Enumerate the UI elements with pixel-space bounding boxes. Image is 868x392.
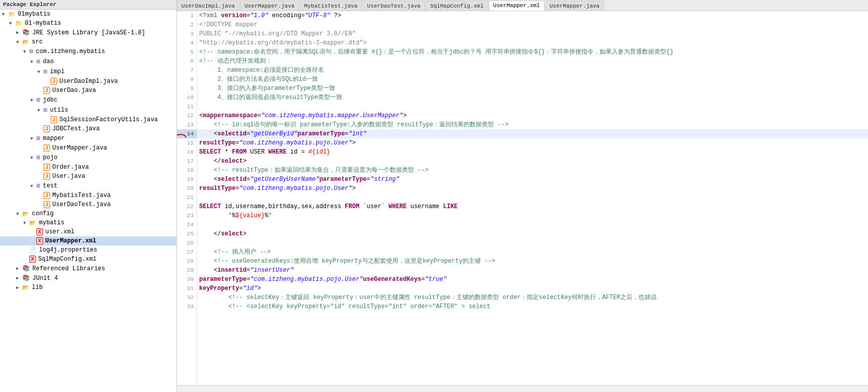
code-line-22: SELECT id,username,birthday,sex,address … <box>197 202 868 211</box>
code-line-24 <box>197 220 868 229</box>
folder-icon: 📂 <box>22 284 29 291</box>
code-content: <?xml version="1.0" encoding="UTF-8" ?><… <box>197 11 868 385</box>
expand-arrow[interactable] <box>23 49 28 55</box>
sidebar-item-SqlMapConfig.xml[interactable]: XSqlMapConfig.xml <box>0 255 176 264</box>
project-icon: 📁 <box>8 11 15 18</box>
sidebar-label: JUnit 4 <box>32 275 58 282</box>
sidebar-item-log4j.properties[interactable]: 📄log4j.properties <box>0 246 176 255</box>
expand-arrow[interactable] <box>16 285 21 290</box>
line-number-16: 16 <box>177 148 197 157</box>
sidebar-item-dao[interactable]: ⊞dao <box>0 57 176 67</box>
package-icon: ⊞ <box>36 134 40 142</box>
sidebar-tree: 📁01mybatis📁01-mybatis📚JRE System Library… <box>0 10 176 292</box>
expand-arrow[interactable] <box>37 108 42 113</box>
expand-arrow[interactable] <box>30 97 35 103</box>
sidebar-item-mybatis-cfg[interactable]: 📂mybatis <box>0 218 176 227</box>
expand-arrow[interactable] <box>16 39 21 45</box>
sidebar-label: pojo <box>43 154 58 161</box>
package-icon: ⊞ <box>36 96 40 104</box>
tab-UserMapper-xml[interactable]: UserMapper.xml <box>489 1 544 11</box>
sidebar-item-jre[interactable]: 📚JRE System Library [JavaSE-1.8] <box>0 28 176 37</box>
props-icon: 📄 <box>29 247 36 254</box>
package-explorer[interactable]: Package Explorer 📁01mybatis📁01-mybatis📚J… <box>0 0 177 392</box>
library-icon: 📚 <box>22 29 30 36</box>
expand-arrow[interactable] <box>16 266 21 271</box>
line-number-20: 20 <box>177 184 197 193</box>
line-number-8: 8 <box>177 75 197 84</box>
sidebar-label: lib <box>32 284 43 291</box>
expand-arrow[interactable] <box>2 12 7 17</box>
sidebar-item-UserDaoImpl.java[interactable]: JUserDaoImpl.java <box>0 77 176 86</box>
sidebar-item-SqlSessionFactoryUtils.java[interactable]: JSqlSessionFactoryUtils.java <box>0 115 176 124</box>
tab-SqlMapConfig-xml[interactable]: SqlMapConfig.xml <box>426 1 488 11</box>
expand-arrow[interactable] <box>16 211 21 217</box>
sidebar-item-impl[interactable]: ⊞impl <box>0 67 176 77</box>
line-number-2: 2 <box>177 20 197 29</box>
tab-UserMapper-java[interactable]: UserMapper.java <box>240 1 299 11</box>
code-line-8: 2、接口的方法名必须与SQL的id一致 <box>197 75 868 84</box>
line-number-17: 17 <box>177 157 197 166</box>
sidebar-item-lib[interactable]: 📂lib <box>0 283 176 292</box>
sidebar-item-UserMapper.xml[interactable]: XUserMapper.xml <box>0 236 176 246</box>
java-icon: J <box>51 78 57 85</box>
code-line-27: <!-- 插入用户 --> <box>197 248 868 257</box>
horizontal-scrollbar[interactable] <box>177 385 868 392</box>
sidebar-label: MybatisTest.java <box>53 192 111 199</box>
sidebar-label: com.itzheng.mybatis <box>36 48 105 55</box>
line-number-19: 19 <box>177 175 197 184</box>
expand-arrow[interactable] <box>23 220 28 226</box>
tab-UserDaoImpl-java[interactable]: UserDaoImpl.java <box>177 1 240 11</box>
expand-arrow[interactable] <box>30 136 35 141</box>
code-line-7: 1、namespace:必须是接口的全路径名 <box>197 66 868 75</box>
sidebar-item-user.xml[interactable]: Xuser.xml <box>0 227 176 236</box>
code-editor: 1234567891011121314151617181920212223242… <box>177 11 868 385</box>
sidebar-item-test[interactable]: ⊞test <box>0 181 176 191</box>
sidebar-item-JDBCTest.java[interactable]: JJDBCTest.java <box>0 124 176 133</box>
sidebar-item-config[interactable]: 📂config <box>0 209 176 218</box>
sidebar-label: config <box>32 210 54 217</box>
code-line-13: <!-- id:sql语句的唯一标识 parameterType:入参的数据类型… <box>197 120 868 129</box>
sidebar-item-referenced-libraries[interactable]: 📚Referenced Libraries <box>0 264 176 273</box>
line-number-6: 6 <box>177 57 197 66</box>
sidebar-item-junit4[interactable]: 📚JUnit 4 <box>0 273 176 283</box>
java-icon: J <box>43 87 50 94</box>
sidebar-item-MybatisTest.java[interactable]: JMybatisTest.java <box>0 191 176 200</box>
sidebar-item-01mybatis-root[interactable]: 📁01mybatis <box>0 10 176 19</box>
line-number-33: 33 <box>177 302 197 311</box>
line-number-31: 31 <box>177 284 197 293</box>
sidebar-item-src[interactable]: 📂src <box>0 37 176 46</box>
sidebar-item-User.java[interactable]: JUser.java <box>0 172 176 181</box>
code-line-30: parameterType="com.itzheng.mybatis.pojo.… <box>197 275 868 284</box>
code-line-19: <select id="getUserByUserName" parameter… <box>197 175 868 184</box>
expand-arrow[interactable] <box>37 69 42 75</box>
sidebar-item-jdbc[interactable]: ⊞jdbc <box>0 95 176 105</box>
sidebar-item-UserDaoTest.java[interactable]: JUserDaoTest.java <box>0 200 176 209</box>
code-line-21 <box>197 193 868 202</box>
java-icon: J <box>51 116 57 123</box>
sidebar-item-pojo[interactable]: ⊞pojo <box>0 153 176 163</box>
expand-arrow[interactable] <box>30 155 35 161</box>
sidebar-item-Order.java[interactable]: JOrder.java <box>0 163 176 172</box>
code-line-5: <!-- namespace:命名空间，用于隔离SQL语句，后继有重要 #{}：… <box>197 47 868 57</box>
line-number-13: 13 <box>177 120 197 129</box>
sidebar-item-mapper[interactable]: ⊞mapper <box>0 133 176 143</box>
folder-icon: 📂 <box>29 220 36 226</box>
expand-arrow[interactable] <box>16 30 21 35</box>
sidebar-label: 01-mybatis <box>25 20 61 27</box>
expand-arrow[interactable] <box>30 59 35 65</box>
expand-arrow[interactable] <box>16 275 21 281</box>
sidebar-item-UserDao.java[interactable]: JUserDao.java <box>0 86 176 95</box>
tab-MybatisTest-java[interactable]: MybatisTest.java <box>300 1 362 11</box>
code-line-31: keyProperty="id"> <box>197 284 868 293</box>
tab-UserMapper-java[interactable]: UserMapper.java <box>545 1 604 11</box>
sidebar-label: UserMapper.java <box>53 144 107 152</box>
line-number-3: 3 <box>177 29 197 38</box>
sidebar-item-utils[interactable]: ⊞utils <box>0 105 176 115</box>
sidebar-item-com.itzheng.mybatis[interactable]: ⊞com.itzheng.mybatis <box>0 46 176 57</box>
sidebar-item-01-mybatis[interactable]: 📁01-mybatis <box>0 19 176 28</box>
expand-arrow[interactable] <box>30 183 35 189</box>
code-line-16: SELECT * FROM USER WHERE id = #{id1} <box>197 148 868 157</box>
sidebar-item-UserMapper.java[interactable]: JUserMapper.java <box>0 143 176 153</box>
expand-arrow[interactable] <box>9 21 14 26</box>
tab-UserDaoTest-java[interactable]: UserDaoTest.java <box>362 1 425 11</box>
